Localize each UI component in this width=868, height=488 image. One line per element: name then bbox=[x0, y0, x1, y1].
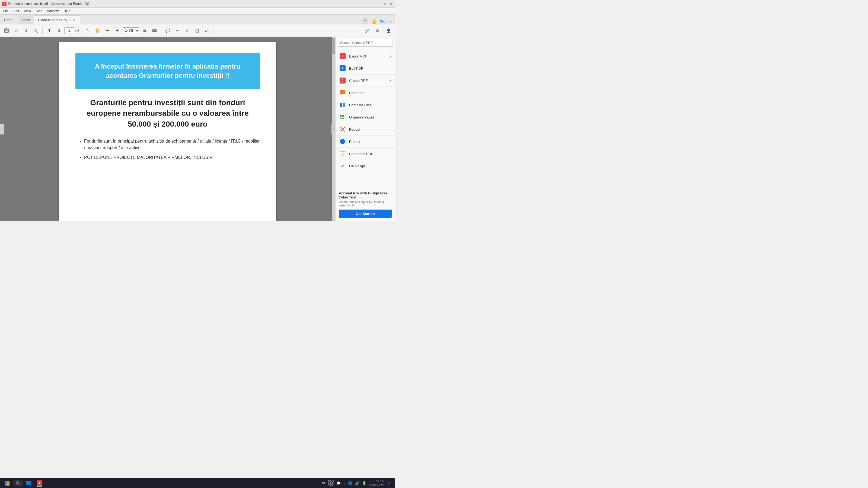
right-panel-redact[interactable]: Redact bbox=[336, 123, 395, 135]
svg-marker-12 bbox=[341, 94, 342, 95]
right-panel-search-input[interactable] bbox=[338, 39, 393, 46]
window-title: Granturi pentru investitii.pdf - Adobe A… bbox=[8, 2, 393, 6]
hand-tool-button[interactable]: ✋ bbox=[93, 26, 102, 35]
right-panel-create-pdf[interactable]: C Create PDF ▼ bbox=[336, 74, 395, 87]
zoom-select[interactable]: 145% 100% 75% 50% 200% bbox=[123, 27, 139, 34]
email-button[interactable]: ✉ bbox=[373, 26, 382, 35]
right-panel-combine[interactable]: Combine Files bbox=[336, 99, 395, 111]
close-button[interactable]: ✕ bbox=[389, 1, 394, 6]
help-button[interactable]: ? bbox=[362, 18, 368, 24]
bullet-item-1: Fondurile sunt în principal pentru achiz… bbox=[84, 138, 260, 151]
comment-toolbar-button[interactable]: 💬 bbox=[163, 26, 172, 35]
touchup-button[interactable]: ⌨ bbox=[150, 26, 159, 35]
pdf-viewer[interactable]: A început înscrierea firmelor în aplicaț… bbox=[0, 37, 335, 221]
fill-sign-label: Fill & Sign bbox=[349, 164, 392, 168]
draw-button[interactable]: ✐ bbox=[183, 26, 191, 35]
account-button[interactable]: 👤 bbox=[384, 26, 393, 35]
edit-icon: E bbox=[339, 65, 346, 72]
svg-rect-19 bbox=[342, 118, 344, 119]
menu-file[interactable]: File bbox=[1, 8, 10, 14]
svg-rect-4 bbox=[5, 31, 8, 32]
right-panel-comment[interactable]: Comment bbox=[336, 87, 395, 99]
tab-tools[interactable]: Tools bbox=[18, 15, 34, 24]
left-panel-toggle[interactable]: ‹ bbox=[0, 124, 4, 134]
right-panel-fill-sign[interactable]: Fill & Sign bbox=[336, 160, 395, 172]
acrobat-icon: A bbox=[2, 2, 6, 6]
right-panel-organize[interactable]: Organize Pages bbox=[336, 111, 395, 123]
svg-text:C: C bbox=[341, 79, 343, 82]
prev-page-button[interactable]: ⬆ bbox=[45, 26, 54, 35]
protect-icon bbox=[339, 138, 346, 145]
minimize-button[interactable]: ─ bbox=[376, 1, 382, 6]
pdf-scroll-thumb[interactable] bbox=[332, 38, 335, 54]
tab-document[interactable]: Granturi pentru inv... ✕ bbox=[34, 15, 80, 24]
promo-description: Create, edit and sign PDF forms & agreem… bbox=[339, 200, 392, 207]
toolbar-sep-4 bbox=[213, 27, 214, 34]
promo-title: Acrobat Pro with E-Sign Free 7-day Trial bbox=[339, 191, 392, 199]
pdf-bullets: Fondurile sunt în principal pentru achiz… bbox=[75, 138, 260, 161]
menu-window[interactable]: Window bbox=[45, 8, 61, 14]
comment-icon bbox=[339, 89, 346, 97]
export-pdf-arrow: ▼ bbox=[389, 55, 392, 58]
tab-bar: Home Tools Granturi pentru inv... ✕ ? 🔔 … bbox=[0, 14, 395, 24]
page-total: 4 bbox=[77, 29, 79, 33]
next-page-button[interactable]: ⬇ bbox=[55, 26, 63, 35]
pdf-banner-text: A început înscrierea firmelor în aplicaț… bbox=[86, 62, 249, 80]
main-layout: ‹ A început înscrierea firmelor în aplic… bbox=[0, 37, 395, 221]
page-input[interactable]: 1 bbox=[64, 27, 74, 34]
svg-text:E: E bbox=[342, 55, 344, 58]
share-button[interactable]: 🔗 bbox=[362, 26, 371, 35]
pdf-heading: Granturile pentru investiții sunt din fo… bbox=[75, 97, 260, 129]
stamp-button[interactable]: 📋 bbox=[193, 26, 201, 35]
maximize-button[interactable]: □ bbox=[382, 1, 388, 6]
right-panel-protect[interactable]: Protect bbox=[336, 135, 395, 148]
signin-button[interactable]: Sign In bbox=[380, 19, 392, 23]
combine-icon bbox=[339, 101, 346, 109]
svg-rect-11 bbox=[340, 90, 345, 94]
right-panel-export-pdf[interactable]: E Export PDF ▼ bbox=[336, 50, 395, 62]
export-pdf-label: Export PDF bbox=[349, 54, 386, 58]
right-panel-edit-pdf[interactable]: E Edit PDF bbox=[336, 62, 395, 74]
zoom-out-button[interactable]: − bbox=[103, 26, 112, 35]
right-panel-compress[interactable]: ⊡ Compress PDF bbox=[336, 148, 395, 160]
fillsign-icon bbox=[339, 162, 346, 170]
svg-text:A: A bbox=[3, 3, 5, 5]
svg-rect-3 bbox=[5, 29, 7, 30]
right-panel: E Export PDF ▼ E Edit PDF C Create PDF bbox=[335, 37, 395, 221]
comment-label: Comment bbox=[349, 91, 392, 95]
tab-home-label: Home bbox=[4, 18, 13, 22]
tab-document-label: Granturi pentru inv... bbox=[38, 18, 70, 22]
highlight-button[interactable]: ✏ bbox=[173, 26, 182, 35]
get-started-button[interactable]: Get Started bbox=[339, 209, 392, 218]
protect-label: Protect bbox=[349, 140, 392, 144]
right-panel-toggle[interactable]: › bbox=[332, 124, 335, 134]
right-panel-search-container bbox=[336, 37, 395, 49]
compress-icon: ⊡ bbox=[339, 150, 346, 158]
menu-edit[interactable]: Edit bbox=[11, 8, 21, 14]
zoom-in-button[interactable]: + bbox=[113, 26, 122, 35]
page-separator: / bbox=[75, 29, 76, 33]
organize-pages-label: Organize Pages bbox=[349, 115, 392, 119]
svg-rect-13 bbox=[340, 103, 342, 107]
svg-rect-14 bbox=[343, 103, 345, 107]
right-panel-promo: Acrobat Pro with E-Sign Free 7-day Trial… bbox=[336, 188, 395, 221]
tab-home[interactable]: Home bbox=[0, 15, 18, 24]
tab-close-button[interactable]: ✕ bbox=[72, 18, 76, 22]
save-button[interactable] bbox=[2, 26, 11, 35]
sign-toolbar-button[interactable]: 🖊 bbox=[203, 26, 211, 35]
bookmark-button[interactable]: ☆ bbox=[12, 26, 21, 35]
marquee-button[interactable]: ⊞ bbox=[140, 26, 149, 35]
select-tool-button[interactable]: ↖ bbox=[84, 26, 92, 35]
page-nav: 1 / 4 bbox=[64, 27, 79, 34]
menu-sign[interactable]: Sign bbox=[34, 8, 44, 14]
notification-button[interactable]: 🔔 bbox=[371, 19, 377, 24]
bullet-item-2: POT DEPUNE PROIECTE MAJORITATEA FIRMELOR… bbox=[84, 154, 260, 161]
menu-help[interactable]: Help bbox=[62, 8, 73, 14]
print-button[interactable]: 🖨 bbox=[22, 26, 30, 35]
toolbar-sep-3 bbox=[161, 27, 161, 34]
toolbar: ☆ 🖨 🔍 ⬆ ⬇ 1 / 4 ↖ ✋ − + 145% 100% 75% 50… bbox=[0, 24, 395, 37]
search-button[interactable]: 🔍 bbox=[31, 26, 40, 35]
toolbar-right: 🔗 ✉ 👤 bbox=[362, 26, 393, 35]
menu-view[interactable]: View bbox=[22, 8, 33, 14]
tab-tools-label: Tools bbox=[22, 18, 30, 22]
